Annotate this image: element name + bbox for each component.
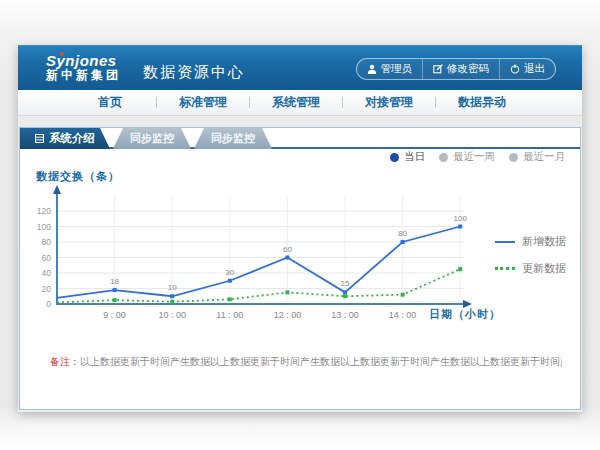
page-title: 数据资源中心 [143,55,245,82]
range-label: 最近一周 [453,150,495,164]
nav-item-data-change[interactable]: 数据异动 [436,94,528,111]
svg-text:60: 60 [42,253,52,263]
footnote-prefix: 备注： [50,356,80,367]
svg-text:120: 120 [37,206,51,216]
tab-label: 系统介绍 [49,131,95,146]
range-label: 当日 [404,150,425,164]
legend-item-update-data: 更新数据 [495,261,566,276]
nav-item-interface-mgmt[interactable]: 对接管理 [343,94,435,111]
tab-system-intro[interactable]: 系统介绍 [20,128,110,149]
radio-unselected-icon [509,153,518,162]
admin-user-label: 管理员 [381,62,413,76]
main-nav: 首页 标准管理 系统管理 对接管理 数据异动 [18,90,582,116]
admin-user-button[interactable]: 管理员 [357,59,423,79]
radio-selected-icon [390,153,399,162]
chart-legend: 新增数据 更新数据 [495,234,566,276]
svg-text:40: 40 [42,268,52,278]
radio-unselected-icon [439,153,448,162]
range-option-last-week[interactable]: 最近一周 [439,150,495,164]
svg-text:60: 60 [283,245,292,254]
nav-item-system-mgmt[interactable]: 系统管理 [250,94,342,111]
change-password-label: 修改密码 [447,62,489,76]
logout-button[interactable]: 退出 [499,59,555,79]
svg-text:100: 100 [37,222,51,232]
svg-text:20: 20 [42,284,52,294]
dotted-line-icon [495,267,515,270]
svg-text:10 : 00: 10 : 00 [158,310,186,320]
tab-bar: 系统介绍 同步监控 同步监控 [20,128,580,149]
edit-icon [433,64,443,74]
svg-text:0: 0 [46,299,51,309]
footnote: 备注：以上数据更新于时间产生数据以上数据更新于时间产生数据以上数据更新于时间产生… [50,355,562,369]
svg-text:13 : 00: 13 : 00 [331,310,359,320]
tab-label: 同步监控 [211,131,255,146]
content-panel: 系统介绍 同步监控 同步监控 当日 最近一周 [19,127,581,410]
nav-item-standard-mgmt[interactable]: 标准管理 [157,94,249,111]
svg-text:15: 15 [341,279,350,288]
svg-text:数据交换（条）: 数据交换（条） [35,170,120,183]
range-option-today[interactable]: 当日 [390,150,425,164]
svg-text:日期（小时）: 日期（小时） [429,308,501,321]
nav-item-home[interactable]: 首页 [64,94,156,111]
tab-sync-monitor-2[interactable]: 同步监控 [194,128,272,149]
time-range-options: 当日 最近一周 最近一月 [390,150,565,164]
svg-text:18: 18 [110,277,119,286]
legend-label: 新增数据 [522,234,566,249]
change-password-button[interactable]: 修改密码 [422,59,499,79]
logo-text-en: Synjones [46,54,121,68]
svg-text:80: 80 [398,229,407,238]
app-window: Synjones 新中新集团 数据资源中心 管理员 修改密码 [18,45,582,412]
svg-text:12 : 00: 12 : 00 [274,310,302,320]
logo: Synjones 新中新集团 [46,54,121,83]
svg-text:10: 10 [168,283,177,292]
screenshot-canvas: Synjones 新中新集团 数据资源中心 管理员 修改密码 [0,0,600,450]
legend-item-new-data: 新增数据 [495,234,566,249]
svg-text:80: 80 [42,237,52,247]
tab-label: 同步监控 [130,131,174,146]
solid-line-icon [495,241,515,243]
svg-text:30: 30 [225,268,234,277]
header-actions: 管理员 修改密码 退出 [356,58,557,80]
range-label: 最近一月 [523,150,565,164]
logout-label: 退出 [524,62,545,76]
power-icon [510,64,520,74]
app-header: Synjones 新中新集团 数据资源中心 管理员 修改密码 [18,45,582,90]
range-option-last-month[interactable]: 最近一月 [509,150,565,164]
document-grid-icon [35,133,44,145]
chart-area: 0204060801001209 : 0010 : 0011 : 0012 : … [28,166,558,356]
logo-red-dot-icon [60,52,64,56]
svg-text:100: 100 [454,214,468,223]
svg-text:11 : 00: 11 : 00 [216,310,243,320]
user-icon [367,64,377,74]
logo-text-cn: 新中新集团 [46,68,121,83]
svg-text:9 : 00: 9 : 00 [103,310,126,320]
legend-label: 更新数据 [522,261,566,276]
footnote-text: 以上数据更新于时间产生数据以上数据更新于时间产生数据以上数据更新于时间产生数据以… [80,356,562,367]
tab-sync-monitor-1[interactable]: 同步监控 [113,128,191,149]
svg-text:14 : 00: 14 : 00 [389,310,417,320]
data-exchange-line-chart: 0204060801001209 : 0010 : 0011 : 0012 : … [28,166,558,356]
